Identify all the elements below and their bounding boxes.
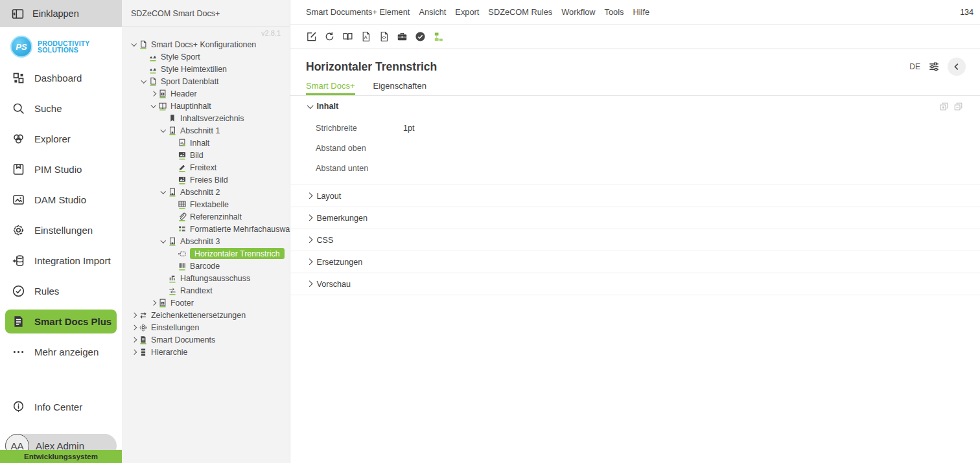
gear-icon bbox=[139, 323, 148, 332]
config-tree: Smart Docs+ KonfigurationenStyle SportSt… bbox=[122, 38, 290, 358]
section-header-css[interactable]: CSS bbox=[290, 229, 980, 251]
menu-item-hilfe[interactable]: Hilfe bbox=[633, 7, 649, 17]
image-icon bbox=[178, 151, 187, 160]
sidebar-item-smart-docs-plus[interactable]: Smart Docs Plus bbox=[5, 310, 117, 333]
collapse-panel-button[interactable] bbox=[948, 58, 966, 76]
sidebar-item-label: Dashboard bbox=[34, 73, 82, 84]
tree-node[interactable]: Header bbox=[122, 87, 290, 100]
sidebar-item-integration-import[interactable]: Integration Import bbox=[0, 245, 122, 276]
tree-node-label: Referenzinhalt bbox=[190, 212, 242, 221]
structure-icon[interactable] bbox=[433, 31, 444, 42]
check-circle-icon[interactable] bbox=[415, 31, 426, 42]
tree-node[interactable]: Randtext bbox=[122, 284, 290, 297]
chevron-down-icon[interactable] bbox=[159, 240, 168, 243]
language-label[interactable]: DE bbox=[909, 62, 920, 71]
copy-minus-icon[interactable] bbox=[953, 102, 963, 111]
sidebar-item-info-center[interactable]: Info Center bbox=[0, 392, 122, 422]
section-header-ersetzungen[interactable]: Ersetzungen bbox=[290, 251, 980, 273]
chevron-down-icon[interactable] bbox=[139, 80, 148, 84]
tab-eigenschaften[interactable]: Eigenschaften bbox=[373, 81, 426, 95]
book-icon[interactable] bbox=[342, 31, 353, 42]
tree-node[interactable]: Footer bbox=[122, 297, 290, 309]
chevron-down-icon[interactable] bbox=[149, 104, 158, 108]
tree-node[interactable]: Einstellungen bbox=[122, 321, 290, 333]
menu-item-export[interactable]: Export bbox=[455, 7, 479, 17]
menu-item-workflow[interactable]: Workflow bbox=[561, 7, 595, 17]
tree-node[interactable]: Hierarchie bbox=[122, 346, 290, 358]
tree-node[interactable]: Freitext bbox=[122, 161, 290, 174]
page-title: Horizontaler Trennstrich bbox=[306, 60, 437, 74]
tree-node[interactable]: Inhalt bbox=[122, 137, 290, 149]
chevron-right-icon[interactable] bbox=[130, 326, 139, 330]
menu-item-smart-documents-element[interactable]: Smart Documents+ Element bbox=[306, 7, 410, 17]
tree-node[interactable]: Horizontaler Trennstrich bbox=[122, 247, 290, 260]
tree-node[interactable]: Formatierte Mehrfachauswahl bbox=[122, 223, 290, 235]
sidebar-item-label: Mehr anzeigen bbox=[34, 346, 99, 357]
section-icon bbox=[168, 188, 177, 197]
chevron-right-icon[interactable] bbox=[149, 92, 158, 96]
field-value[interactable]: 1pt bbox=[403, 124, 533, 133]
collapse-sidebar-button[interactable]: Einklappen bbox=[0, 0, 122, 27]
chevron-down-icon[interactable] bbox=[159, 190, 168, 194]
sidebar-item-pim-studio[interactable]: PIM Studio bbox=[0, 154, 122, 185]
sidebar-item-dashboard[interactable]: Dashboard bbox=[0, 63, 122, 93]
table-icon bbox=[178, 200, 187, 209]
tree-node[interactable]: Bild bbox=[122, 149, 290, 161]
tree-node[interactable]: Smart Documents bbox=[122, 333, 290, 346]
chevron-down-icon[interactable] bbox=[130, 43, 139, 47]
menu-item-sdzecom-rules[interactable]: SDZeCOM Rules bbox=[488, 7, 552, 17]
refresh-icon[interactable] bbox=[324, 31, 335, 42]
settings-icon bbox=[12, 223, 25, 237]
tree-node[interactable]: Style Heimtextilien bbox=[122, 63, 290, 75]
tree-node[interactable]: Hauptinhalt bbox=[122, 100, 290, 112]
chevron-left-icon bbox=[952, 62, 961, 71]
tree-node-label: Inhaltsverzeichnis bbox=[180, 114, 244, 123]
chevron-right-icon[interactable] bbox=[149, 301, 158, 305]
menu-item-tools[interactable]: Tools bbox=[605, 7, 624, 17]
tree-node[interactable]: Haftungsausschuss bbox=[122, 272, 290, 284]
tree-node[interactable]: Abschnitt 2 bbox=[122, 186, 290, 198]
section-label: Bemerkungen bbox=[317, 214, 368, 223]
section-icon bbox=[168, 237, 177, 246]
sidebar-item-rules[interactable]: Rules bbox=[0, 276, 122, 306]
sidebar-item-dam-studio[interactable]: DAM Studio bbox=[0, 185, 122, 215]
section-header-vorschau[interactable]: Vorschau bbox=[290, 273, 980, 295]
section-actions bbox=[939, 102, 963, 111]
tree-node[interactable]: Flextabelle bbox=[122, 198, 290, 210]
tree-node[interactable]: Freies Bild bbox=[122, 174, 290, 186]
tab-smart-docs-[interactable]: Smart Docs+ bbox=[306, 81, 355, 95]
property-sections: InhaltStrichbreite1ptAbstand obenAbstand… bbox=[290, 96, 980, 295]
section-header-bemerkungen[interactable]: Bemerkungen bbox=[290, 207, 980, 229]
sidebar-item-label: Integration Import bbox=[34, 255, 111, 266]
section-header-inhalt[interactable]: Inhalt bbox=[290, 96, 980, 117]
tree-node[interactable]: Zeichenkettenersetzungen bbox=[122, 309, 290, 321]
sidebar-item-einstellungen[interactable]: Einstellungen bbox=[0, 215, 122, 245]
pdf-export-icon[interactable]: A bbox=[360, 31, 371, 42]
tree-node-label: Abschnitt 2 bbox=[180, 188, 220, 197]
tree-node[interactable]: Smart Docs+ Konfigurationen bbox=[122, 38, 290, 51]
chevron-down-icon[interactable] bbox=[159, 129, 168, 133]
chevron-right-icon[interactable] bbox=[130, 350, 139, 354]
sliders-icon[interactable] bbox=[928, 61, 940, 73]
sidebar-item-label: PIM Studio bbox=[34, 164, 82, 175]
tree-node[interactable]: Referenzinhalt bbox=[122, 210, 290, 223]
menu-item-ansicht[interactable]: Ansicht bbox=[419, 7, 446, 17]
sidebar-item-suche[interactable]: Suche bbox=[0, 93, 122, 124]
briefcase-icon[interactable] bbox=[397, 31, 408, 42]
sidebar-item-mehr-anzeigen[interactable]: Mehr anzeigen bbox=[0, 337, 122, 367]
tree-node[interactable]: Abschnitt 3 bbox=[122, 235, 290, 247]
copy-plus-icon[interactable] bbox=[939, 102, 949, 111]
tree-node[interactable]: Inhaltsverzeichnis bbox=[122, 112, 290, 124]
edit-icon[interactable] bbox=[306, 31, 317, 42]
section-header-layout[interactable]: Layout bbox=[290, 185, 980, 207]
tree-node-label: Style Heimtextilien bbox=[161, 65, 227, 74]
code-export-icon[interactable] bbox=[379, 31, 390, 42]
tree-node[interactable]: Sport Datenblatt bbox=[122, 75, 290, 87]
chevron-right-icon[interactable] bbox=[130, 313, 139, 317]
tree-node[interactable]: Barcode bbox=[122, 260, 290, 272]
sidebar-item-explorer[interactable]: Explorer bbox=[0, 124, 122, 154]
chevron-right-icon[interactable] bbox=[130, 338, 139, 342]
tree-node[interactable]: Abschnitt 1 bbox=[122, 124, 290, 137]
tree-node[interactable]: Style Sport bbox=[122, 51, 290, 63]
logo-badge: PS bbox=[10, 36, 32, 58]
